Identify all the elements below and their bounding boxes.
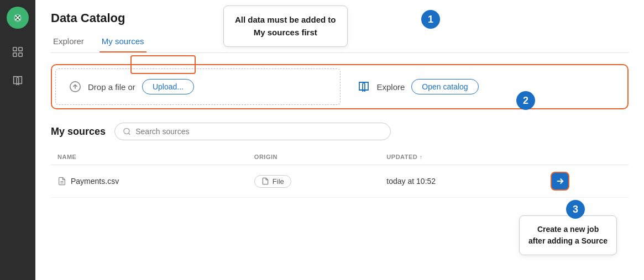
search-box[interactable] [114, 123, 391, 140]
svg-line-9 [129, 133, 130, 135]
step-badge-2: 2 [516, 91, 535, 110]
file-name-cell: Payments.csv [51, 165, 248, 198]
svg-rect-3 [19, 47, 22, 51]
callout-3: Create a new job after adding a Source [519, 215, 617, 255]
origin-cell: File [248, 165, 380, 198]
app-logo[interactable] [7, 7, 29, 29]
updated-cell: today at 10:52 [380, 165, 544, 198]
upload-area: Drop a file or Upload... [55, 68, 341, 105]
callout-3-line2: after adding a Source [528, 235, 608, 247]
callout-1-line2: My sources first [235, 27, 336, 39]
navigate-button[interactable] [551, 172, 569, 191]
action-cell [544, 165, 629, 198]
col-updated: UPDATED ↑ [380, 149, 544, 165]
sources-header: My sources [51, 123, 629, 140]
table-row: Payments.csv File today at 10:52 [51, 165, 629, 198]
grid-icon[interactable] [8, 42, 28, 62]
book-icon[interactable] [8, 71, 28, 91]
col-name: NAME [51, 149, 248, 165]
sources-title: My sources [51, 126, 106, 138]
svg-rect-2 [13, 47, 17, 51]
col-origin: ORIGIN [248, 149, 380, 165]
catalog-icon [357, 80, 370, 93]
svg-rect-4 [13, 53, 17, 56]
action-bar: Drop a file or Upload... Explore Open ca… [51, 64, 629, 109]
drop-label: Drop a file or [88, 82, 135, 92]
arrow-right-icon [555, 176, 565, 186]
upload-icon [69, 81, 81, 93]
col-action [544, 149, 629, 165]
file-icon [57, 177, 66, 186]
tab-my-sources[interactable]: My sources [100, 32, 146, 52]
sidebar [0, 0, 35, 280]
search-icon [123, 127, 131, 136]
svg-rect-5 [19, 53, 22, 56]
open-catalog-button[interactable]: Open catalog [411, 79, 478, 94]
svg-point-8 [124, 128, 129, 134]
upload-button[interactable]: Upload... [142, 79, 194, 94]
callout-3-line1: Create a new job [528, 224, 608, 235]
search-input[interactable] [135, 127, 383, 136]
file-name: Payments.csv [71, 177, 119, 186]
explore-label: Explore [377, 82, 405, 92]
explore-area: Explore Open catalog [344, 65, 628, 108]
callout-1-line1: All data must be added to [235, 14, 336, 27]
origin-badge: File [254, 175, 291, 188]
step-badge-3: 3 [566, 200, 585, 219]
step-badge-1: 1 [421, 10, 440, 29]
origin-file-icon [261, 177, 269, 185]
main-content: Data Catalog Explorer My sources Drop a … [35, 0, 644, 280]
sources-table: NAME ORIGIN UPDATED ↑ [51, 149, 629, 198]
callout-1: All data must be added to My sources fir… [223, 6, 348, 47]
tab-explorer[interactable]: Explorer [51, 32, 86, 52]
origin-label: File [273, 177, 284, 186]
